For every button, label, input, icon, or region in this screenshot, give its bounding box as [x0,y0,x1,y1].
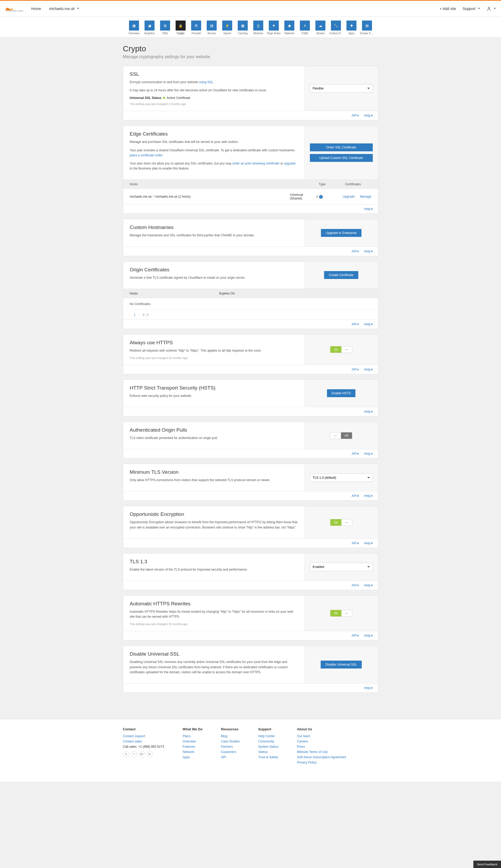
facebook-icon[interactable]: f [131,751,137,758]
domain-selector[interactable]: michaels.me.uk [49,7,79,11]
tab-speed[interactable]: ⚡Speed [220,21,235,35]
linkedin-icon[interactable]: in [147,751,153,758]
tab-firewall[interactable]: ⛨Firewall [189,21,203,35]
footer-link[interactable]: Contact sales [123,740,164,743]
enable-hsts-button[interactable]: Enable HSTS [327,389,356,397]
upload-ssl-button[interactable]: Upload Custom SSL Certificate [310,154,373,162]
footer-link[interactable]: Trust & Safety [258,755,278,759]
tab-pagerules[interactable]: ▼Page Rules [267,21,281,35]
footer-link[interactable]: Features [183,745,203,749]
footer-link[interactable]: Website Terms of Use [297,750,346,754]
api-link[interactable]: API [351,323,359,326]
min-tls-select[interactable]: TLS 1.0 (default) [310,474,373,482]
help-link[interactable]: Help [364,410,373,413]
tab-icon: ≡ [300,21,310,31]
footer-link[interactable]: Contact support [123,734,164,738]
footer-link[interactable]: Privacy Policy [297,761,346,764]
api-link[interactable]: API [351,584,359,587]
add-site-link[interactable]: + Add site [440,7,456,11]
help-link[interactable]: Help [364,250,373,253]
help-link[interactable]: Help [364,368,373,371]
footer-link[interactable]: Apps [183,755,203,759]
help-link[interactable]: Help [364,452,373,456]
upgrade-enterprise-button[interactable]: Upgrade to Enterprise [321,229,361,237]
api-link[interactable]: API [351,452,359,456]
footer-link[interactable]: Community [258,740,278,743]
opp-enc-toggle[interactable]: On •• [330,519,352,526]
footer-link[interactable]: Help Center [258,734,278,738]
tab-workers[interactable]: {}Workers [251,21,266,35]
footer-link[interactable]: Careers [297,740,346,743]
footer-link[interactable]: Customers [221,750,239,754]
help-link[interactable]: Help [364,541,373,545]
auth-origin-toggle[interactable]: •• Off [330,432,352,439]
page-next[interactable]: › [138,313,140,316]
footer-link[interactable]: API [221,755,239,759]
page-prev[interactable]: ‹ [130,313,131,316]
tab-network[interactable]: ◉Network [282,21,297,35]
tab-label: Crypto [177,32,184,35]
disable-universal-ssl-button[interactable]: Disable Universal SSL [321,661,361,669]
tab-scrapesh[interactable]: ▤Scrape Sh... [360,21,374,35]
cert-upgrade-link[interactable]: Upgrade [342,195,355,198]
footer-link[interactable]: Plans [183,734,203,738]
help-link[interactable]: Help [364,114,373,117]
hsts-card: HTTP Strict Transport Security (HSTS) En… [123,380,378,416]
tab-apps[interactable]: ✚Apps [344,21,359,35]
upgrade-link[interactable]: upgrade [284,162,296,165]
help-link[interactable]: Help [364,686,373,690]
ssl-link[interactable]: using SSL [199,80,213,84]
tab-icon: ▦ [129,21,139,31]
auto-rewrites-toggle[interactable]: On •• [330,610,352,617]
tab-customp[interactable]: 🔧Custom P... [329,21,343,35]
twitter-icon[interactable]: 𝕏 [123,751,129,758]
tab-dns[interactable]: ⊞DNS [158,21,172,35]
edge-certificates-card: Edge Certificates Manage and purchase SS… [123,126,378,214]
tab-stream[interactable]: ☁Stream [313,21,328,35]
card-title: Opportunistic Encryption [130,511,298,517]
certificate-row: michaels.me.uk, *.michaels.me.uk (2 host… [123,189,378,204]
place-order-link[interactable]: place a certificate order [130,153,162,157]
footer-link[interactable]: Partners [221,745,239,749]
api-link[interactable]: API [351,368,359,371]
help-link[interactable]: Help [364,584,373,587]
caret-right-icon [372,250,373,252]
footer-link[interactable]: Case Studies [221,740,239,743]
tab-crypto[interactable]: 🔒Crypto [173,21,188,35]
api-link[interactable]: API [351,541,359,545]
footer-link[interactable]: System Status [258,745,278,749]
support-link[interactable]: Support [462,7,480,11]
home-link[interactable]: Home [31,7,41,11]
footer-link[interactable]: Network [183,750,203,754]
create-certificate-button[interactable]: Create Certificate [324,271,358,279]
api-link[interactable]: API [351,250,359,253]
footer-link[interactable]: Videos [258,750,278,754]
ssl-mode-select[interactable]: Flexible [310,84,373,93]
tab-traffic[interactable]: ≡Traffic [298,21,312,35]
footer-link[interactable]: Our team [297,734,346,738]
tab-caching[interactable]: ▦Caching [236,21,250,35]
api-link[interactable]: API [351,494,359,498]
tab-analytics[interactable]: ◕Analytics [142,21,157,35]
api-link[interactable]: API [351,114,359,117]
footer-link[interactable]: Overview [183,740,203,743]
cert-manage-link[interactable]: Manage [360,195,371,198]
order-cert-link[interactable]: order an auto-renewing certificate [233,162,280,165]
tab-access[interactable]: ▤Access [204,21,219,35]
footer-link[interactable]: Press [297,745,346,749]
help-link[interactable]: Help [364,494,373,498]
footer-link[interactable]: Self-Serve Subscription Agreement [297,755,346,759]
always-https-toggle[interactable]: On •• [330,346,352,353]
help-link[interactable]: Help [364,634,373,638]
help-link[interactable]: Help [364,207,373,211]
api-link[interactable]: API [351,634,359,638]
tab-overview[interactable]: ▦Overview [127,21,141,35]
tls13-select[interactable]: Enabled [310,563,373,571]
google-plus-icon[interactable]: G+ [139,751,145,758]
user-menu[interactable] [487,6,496,11]
caret-right-icon [372,115,373,117]
order-ssl-button[interactable]: Order SSL Certificate [310,143,373,151]
footer-link[interactable]: Blog [221,734,239,738]
tab-label: Scrape Sh... [360,32,374,35]
help-link[interactable]: Help [364,323,373,326]
